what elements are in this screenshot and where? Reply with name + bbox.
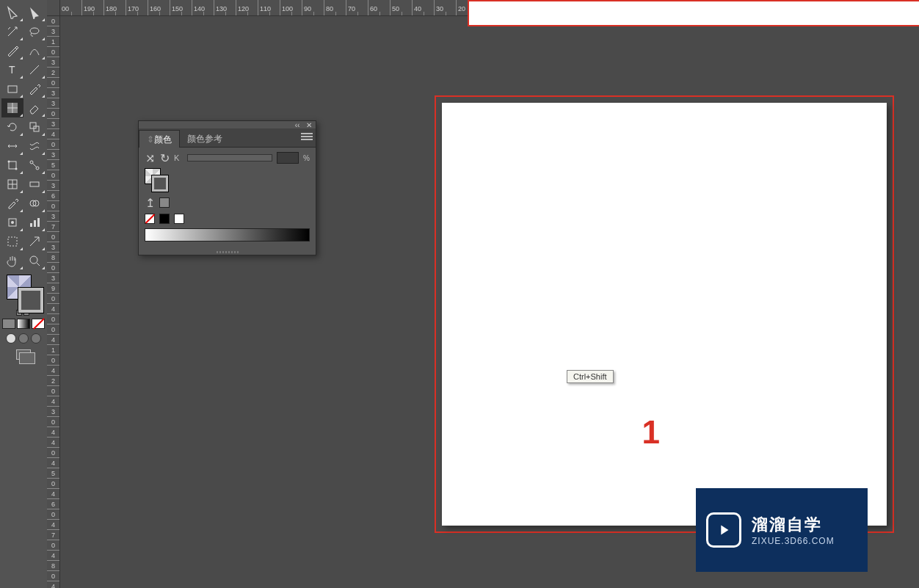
tab-color-guide[interactable]: 颜色参考 (180, 129, 230, 147)
vruler-tick: 3 (47, 26, 59, 37)
fill-mode-solid[interactable] (2, 319, 15, 329)
vruler-tick: 3 (47, 98, 59, 109)
hruler-tick: 190 (82, 0, 104, 15)
lasso-tool[interactable] (23, 22, 46, 41)
panel-menu-icon[interactable] (301, 133, 313, 142)
shaper-tool[interactable] (1, 98, 23, 117)
line-tool[interactable] (23, 60, 46, 79)
svg-line-26 (37, 263, 40, 266)
swatch-black[interactable] (159, 214, 170, 224)
hruler-tick: 50 (391, 0, 413, 15)
artboard-tool[interactable] (1, 232, 23, 251)
pct-label: % (303, 154, 310, 162)
free-transform-tool[interactable] (1, 156, 23, 175)
vruler-tick: 3 (47, 407, 59, 417)
vruler-tick: 3 (47, 88, 59, 98)
vruler-tick: 1 (47, 37, 59, 47)
vruler-tick: 5 (47, 160, 59, 170)
svg-rect-5 (30, 123, 36, 128)
hand-tool[interactable] (1, 251, 23, 270)
screen-mode[interactable] (16, 349, 31, 360)
svg-rect-16 (30, 182, 39, 186)
warp-tool[interactable] (23, 137, 46, 156)
vruler-tick: 3 (47, 211, 59, 222)
vruler-tick: 3 (47, 242, 59, 253)
panel-stroke-swatch[interactable] (152, 175, 168, 192)
ruler-origin[interactable] (47, 0, 60, 16)
hruler-tick: 80 (324, 0, 346, 15)
magic-wand-tool[interactable] (1, 22, 23, 41)
width-tool[interactable] (1, 137, 23, 156)
vruler-tick: 8 (47, 253, 59, 263)
hruler-tick: 120 (236, 0, 258, 15)
draw-behind[interactable] (18, 333, 29, 344)
vruler-tick: 0 (47, 170, 59, 181)
swatch-grey[interactable] (159, 197, 170, 208)
stroke-swatch[interactable] (18, 288, 43, 313)
fill-mode-none[interactable] (32, 319, 45, 329)
vruler-tick: 3 (47, 273, 59, 283)
puppet-tool[interactable] (23, 156, 46, 175)
column-graph-tool[interactable] (23, 213, 46, 232)
artboard-outline-top (468, 0, 919, 26)
scale-tool[interactable] (23, 117, 46, 137)
vruler-tick: 4 (47, 520, 59, 530)
vruler-tick: 6 (47, 499, 59, 509)
slice-tool[interactable] (23, 232, 46, 251)
direct-selection-tool[interactable] (23, 3, 46, 22)
paintbrush-tool[interactable] (23, 79, 46, 98)
out-icon[interactable]: ↥ (145, 197, 155, 208)
selection-tool[interactable] (1, 3, 23, 22)
type-tool[interactable]: T (1, 60, 23, 79)
draw-normal[interactable] (6, 333, 16, 344)
vruler-tick: 0 (47, 417, 59, 427)
hruler-tick: 00 (60, 0, 82, 15)
hruler-tick: 90 (302, 0, 324, 15)
k-value-input[interactable] (277, 152, 299, 164)
rotate-tool[interactable] (1, 117, 23, 137)
hruler-tick: 70 (346, 0, 368, 15)
vruler-tick: 2 (47, 376, 59, 386)
vruler-tick: 6 (47, 191, 59, 201)
grayscale-ramp[interactable] (145, 228, 310, 242)
fill-mode-gradient[interactable] (17, 319, 30, 329)
hruler-tick: 40 (413, 0, 435, 15)
eraser-tool[interactable] (23, 98, 46, 117)
pen-tool[interactable] (1, 41, 23, 60)
panel-collapse-icon[interactable]: ‹‹ (294, 121, 301, 128)
swap-icon[interactable]: ⤨ (145, 153, 155, 163)
blend-tool[interactable] (23, 194, 46, 213)
panel-close-icon[interactable]: ✕ (305, 121, 313, 128)
vruler-tick: 7 (47, 530, 59, 540)
symbol-tool[interactable] (1, 213, 23, 232)
vruler-tick: 0 (47, 47, 59, 57)
page[interactable]: 1 (442, 103, 887, 526)
svg-rect-7 (9, 161, 16, 169)
vruler-tick: 0 (47, 540, 59, 551)
swatch-none[interactable] (145, 214, 155, 224)
vruler-tick: 0 (47, 509, 59, 520)
zoom-tool[interactable] (23, 251, 46, 270)
svg-point-25 (30, 256, 37, 264)
draw-inside[interactable] (31, 333, 41, 344)
k-slider[interactable] (187, 154, 272, 161)
panel-resize-grip[interactable] (139, 249, 316, 255)
tab-color[interactable]: ⇕颜色 (139, 130, 180, 148)
curvature-tool[interactable] (23, 41, 46, 60)
vruler-tick: 0 (47, 263, 59, 273)
swatch-white[interactable] (174, 214, 184, 224)
vruler-tick: 3 (47, 57, 59, 68)
artboard[interactable]: 1 (435, 95, 894, 533)
gradient-tool[interactable] (23, 175, 46, 194)
mesh-tool[interactable] (1, 175, 23, 194)
vruler-tick: 4 (47, 458, 59, 468)
color-panel[interactable]: ‹‹ ✕ ⇕颜色 颜色参考 ⤨ ↻ K % ↥ (138, 120, 316, 255)
svg-line-2 (30, 65, 39, 74)
svg-text:T: T (9, 64, 15, 76)
hruler-tick: 130 (214, 0, 236, 15)
rectangle-tool[interactable] (1, 79, 23, 98)
cycle-icon[interactable]: ↻ (159, 153, 170, 163)
svg-rect-21 (30, 223, 32, 227)
eyedropper-tool[interactable] (1, 194, 23, 213)
vertical-ruler[interactable]: 0310320330340350360370380390400410420430… (47, 16, 60, 588)
